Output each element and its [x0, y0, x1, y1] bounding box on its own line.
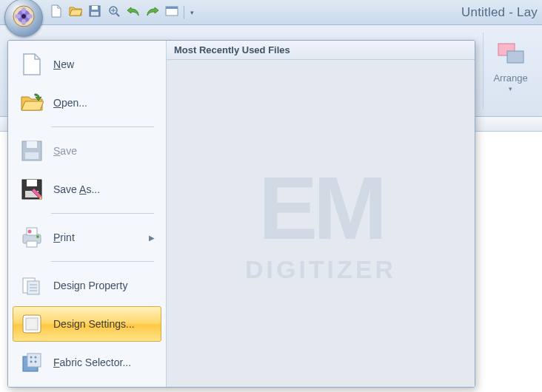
svg-point-5	[15, 14, 21, 18]
svg-rect-20	[25, 152, 39, 159]
application-orb-button[interactable]	[4, 0, 43, 37]
menu-item-label: New	[53, 58, 155, 70]
qat-separator	[184, 6, 184, 19]
menu-item-label: Save As...	[53, 183, 155, 195]
zoom-in-icon	[108, 5, 120, 20]
qat-open-button[interactable]	[67, 4, 84, 21]
qat-redo-button[interactable]	[144, 4, 161, 21]
svg-rect-26	[27, 241, 37, 247]
svg-line-11	[116, 13, 119, 16]
menu-item-new[interactable]: New	[13, 47, 161, 82]
save-as-icon	[19, 177, 44, 202]
svg-rect-9	[91, 12, 98, 16]
qat-customize-dropdown[interactable]: ▾	[187, 9, 196, 16]
chevron-right-icon: ▶	[149, 234, 155, 242]
svg-point-40	[30, 361, 33, 363]
svg-rect-15	[166, 7, 178, 9]
svg-point-6	[27, 14, 33, 18]
qat-window-button[interactable]	[163, 4, 181, 21]
menu-divider	[51, 213, 154, 214]
open-folder-icon	[19, 90, 44, 115]
save-icon	[19, 138, 44, 163]
mru-header: Most Recently Used Files	[167, 41, 475, 60]
application-menu-right-pane: Most Recently Used Files EM DIGITIZER	[167, 41, 475, 387]
new-file-icon	[50, 4, 62, 21]
menu-item-label: Print	[53, 232, 140, 243]
menu-item-label: Save	[53, 145, 155, 157]
watermark: EM DIGITIZER	[167, 60, 475, 387]
svg-point-41	[35, 361, 37, 363]
redo-icon	[146, 6, 159, 19]
design-property-icon	[19, 273, 44, 298]
menu-item-label: Open...	[53, 97, 155, 109]
ribbon-arrange-group[interactable]: Arrange ▾	[483, 33, 538, 109]
menu-item-label: Design Settings...	[53, 318, 155, 330]
svg-point-38	[30, 356, 33, 359]
menu-divider	[51, 126, 154, 127]
mru-list: EM DIGITIZER	[167, 60, 475, 387]
chevron-down-icon: ▾	[509, 85, 512, 92]
open-folder-icon	[69, 5, 82, 20]
chevron-down-icon: ▾	[190, 9, 194, 16]
qat-new-button[interactable]	[47, 4, 65, 21]
svg-point-2	[21, 14, 26, 18]
svg-rect-8	[92, 6, 98, 10]
svg-point-3	[21, 7, 26, 13]
menu-item-print[interactable]: Print ▶	[13, 220, 161, 255]
svg-rect-19	[27, 141, 37, 148]
svg-point-4	[21, 19, 26, 25]
window-icon	[165, 6, 178, 19]
menu-item-save-as[interactable]: Save As...	[13, 172, 161, 207]
svg-rect-22	[27, 180, 37, 186]
qat-save-button[interactable]	[86, 4, 104, 21]
title-bar: ▾ Untitled - Lay	[0, 0, 542, 25]
svg-rect-35	[26, 318, 38, 330]
application-menu: New Open... Save	[7, 40, 475, 388]
print-icon	[19, 225, 44, 250]
arrange-icon	[490, 37, 532, 71]
menu-divider	[51, 261, 154, 262]
svg-point-39	[35, 356, 37, 359]
menu-item-design-settings[interactable]: Design Settings...	[13, 306, 161, 342]
menu-item-save[interactable]: Save	[13, 133, 161, 169]
qat-zoom-button[interactable]	[105, 4, 123, 21]
menu-item-label: Fabric Selector...	[53, 356, 155, 368]
svg-point-27	[28, 230, 32, 234]
qat-undo-button[interactable]	[124, 4, 142, 21]
menu-item-label: Design Property	[53, 280, 155, 291]
watermark-line1: EM	[258, 163, 383, 252]
svg-point-28	[36, 235, 39, 238]
undo-icon	[127, 6, 140, 19]
design-settings-icon	[19, 311, 44, 337]
svg-rect-17	[507, 51, 523, 63]
watermark-line2: DIGITIZER	[245, 255, 396, 284]
ribbon-arrange-label: Arrange	[493, 72, 527, 84]
svg-rect-37	[27, 354, 41, 367]
window-title: Untitled - Lay	[461, 0, 542, 25]
menu-item-design-property[interactable]: Design Property	[13, 268, 161, 303]
application-menu-commands: New Open... Save	[8, 41, 167, 387]
fabric-selector-icon	[19, 350, 44, 375]
quick-access-toolbar: ▾	[47, 0, 196, 24]
save-icon	[89, 5, 101, 20]
new-file-icon	[19, 52, 44, 77]
menu-item-open[interactable]: Open...	[13, 85, 161, 121]
menu-item-fabric-selector[interactable]: Fabric Selector...	[13, 345, 161, 380]
flower-logo-icon	[10, 3, 37, 33]
